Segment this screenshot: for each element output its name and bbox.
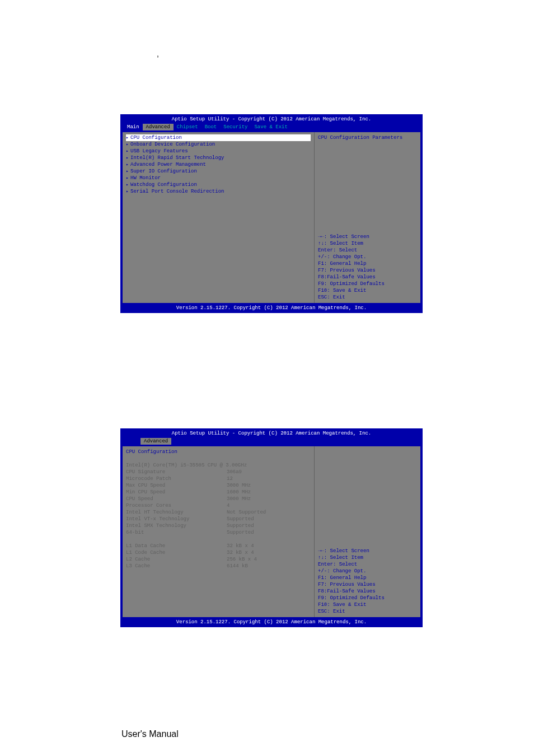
info-value: Not Supported: [227, 509, 266, 516]
key-hint: F7: Previous Values: [318, 581, 417, 588]
info-row: L3 Cache6144 kB: [126, 563, 311, 570]
arrow-icon: ▸: [126, 148, 130, 155]
item-label: Onboard Device Configuration: [130, 141, 215, 148]
item-power-mgmt[interactable]: ▸Advanced Power Management: [126, 161, 311, 168]
arrow-icon: ▸: [126, 134, 130, 141]
key-hint: ↑↓: Select Item: [318, 240, 417, 247]
key-hint: F7: Previous Values: [318, 267, 417, 274]
info-row: Microcode Patch12: [126, 475, 311, 482]
info-value: Supported: [227, 516, 254, 522]
info-row: L1 Data Cache32 kB x 4: [126, 543, 311, 549]
key-hint: F1: General Help: [318, 260, 417, 267]
bios-header: Aptio Setup Utility - Copyright (C) 2012…: [121, 430, 421, 437]
info-row: Max CPU Speed3000 MHz: [126, 482, 311, 489]
left-panel: CPU Configuration Intel(R) Core(TM) i5-3…: [123, 446, 314, 617]
info-value: 1600 MHz: [227, 489, 251, 496]
item-label: Serial Port Console Redirection: [130, 188, 224, 195]
info-label: 64-bit: [126, 529, 227, 536]
item-label: HW Monitor: [130, 175, 161, 181]
content-area: CPU Configuration Intel(R) Core(TM) i5-3…: [121, 445, 421, 618]
info-row: Intel HT TechnologyNot Supported: [126, 509, 311, 516]
cpu-name: Intel(R) Core(TM) i5-3550S CPU @ 3.00GHz: [126, 462, 311, 469]
item-hw-monitor[interactable]: ▸HW Monitor: [126, 175, 311, 181]
key-hint: F9: Optimized Defaults: [318, 281, 417, 287]
info-row: CPU Signature306a9: [126, 469, 311, 475]
section-title: CPU Configuration: [126, 449, 311, 455]
item-super-io[interactable]: ▸Super IO Configuration: [126, 168, 311, 175]
key-hint: F10: Save & Exit: [318, 601, 417, 608]
bios-header: Aptio Setup Utility - Copyright (C) 2012…: [121, 115, 421, 123]
key-hint: ↑↓: Select Item: [318, 554, 417, 561]
menu-main[interactable]: Main: [124, 124, 143, 130]
info-row: CPU Speed3000 MHz: [126, 496, 311, 502]
bios-footer: Version 2.15.1227. Copyright (C) 2012 Am…: [121, 618, 421, 626]
bios-screen-advanced-menu: Aptio Setup Utility - Copyright (C) 2012…: [120, 114, 423, 313]
menu-save-exit[interactable]: Save & Exit: [251, 124, 291, 130]
arrow-icon: ▸: [126, 168, 130, 175]
arrow-icon: ▸: [126, 175, 130, 181]
item-label: USB Legacy Features: [130, 148, 188, 155]
info-label: CPU Signature: [126, 469, 227, 475]
left-panel: ▸CPU Configuration ▸Onboard Device Confi…: [123, 132, 314, 303]
item-serial-port[interactable]: ▸Serial Port Console Redirection: [126, 188, 311, 195]
info-value: 3000 MHz: [227, 496, 251, 502]
item-usb-legacy[interactable]: ▸USB Legacy Features: [126, 148, 311, 155]
key-hint: Enter: Select: [318, 247, 417, 254]
content-area: ▸CPU Configuration ▸Onboard Device Confi…: [121, 131, 421, 304]
info-label: Intel VT-x Technology: [126, 516, 227, 522]
info-label: CPU Speed: [126, 496, 227, 502]
info-row: L1 Code Cache32 kB x 4: [126, 549, 311, 556]
key-hint: →←: Select Screen: [318, 234, 417, 240]
menu-chipset[interactable]: Chipset: [174, 124, 202, 130]
item-watchdog[interactable]: ▸Watchdog Configuration: [126, 181, 311, 188]
key-hint: Enter: Select: [318, 561, 417, 568]
arrow-icon: ▸: [126, 188, 130, 195]
item-label: CPU Configuration: [130, 134, 182, 141]
menu-bar: Main Advanced Chipset Boot Security Save…: [121, 123, 421, 131]
info-label: Min CPU Speed: [126, 489, 227, 496]
menu-boot[interactable]: Boot: [202, 124, 221, 130]
arrow-icon: ▸: [126, 181, 130, 188]
info-value: 32 kB x 4: [227, 543, 254, 549]
arrow-icon: ▸: [126, 155, 130, 161]
info-row: Min CPU Speed1600 MHz: [126, 489, 311, 496]
right-panel: →←: Select Screen ↑↓: Select Item Enter:…: [314, 446, 420, 617]
info-row: Processor Cores4: [126, 502, 311, 509]
help-description: CPU Configuration Parameters: [318, 134, 417, 141]
info-row: L2 Cache256 kB x 4: [126, 556, 311, 563]
info-row: 64-bitSupported: [126, 529, 311, 536]
key-hint: ESC: Exit: [318, 294, 417, 301]
bios-footer: Version 2.15.1227. Copyright (C) 2012 Am…: [121, 304, 421, 312]
comma-mark: ,: [157, 49, 159, 58]
right-panel: CPU Configuration Parameters →←: Select …: [314, 132, 420, 303]
info-value: 4: [227, 502, 229, 509]
info-label: L2 Cache: [126, 556, 227, 563]
info-label: L1 Code Cache: [126, 549, 227, 556]
bios-screen-cpu-config: Aptio Setup Utility - Copyright (C) 2012…: [120, 428, 423, 627]
item-rapid-start[interactable]: ▸Intel(R) Rapid Start Technology: [126, 155, 311, 161]
item-label: Super IO Configuration: [130, 168, 197, 175]
key-hint: F9: Optimized Defaults: [318, 595, 417, 601]
info-label: Processor Cores: [126, 502, 227, 509]
menu-advanced[interactable]: Advanced: [143, 124, 174, 130]
info-label: Microcode Patch: [126, 475, 227, 482]
info-value: 12: [227, 475, 233, 482]
key-hint: +/-: Change Opt.: [318, 254, 417, 260]
key-hint: ESC: Exit: [318, 608, 417, 615]
info-row: Intel SMX TechnologySupported: [126, 522, 311, 529]
item-onboard-device[interactable]: ▸Onboard Device Configuration: [126, 141, 311, 148]
item-cpu-config[interactable]: ▸CPU Configuration: [126, 134, 311, 141]
info-value: 256 kB x 4: [227, 556, 257, 563]
arrow-icon: ▸: [126, 161, 130, 168]
item-label: Advanced Power Management: [130, 161, 206, 168]
item-label: Intel(R) Rapid Start Technology: [130, 155, 224, 161]
key-hint: →←: Select Screen: [318, 548, 417, 554]
key-hint: F10: Save & Exit: [318, 287, 417, 294]
menu-advanced[interactable]: Advanced: [140, 438, 171, 445]
item-label: Watchdog Configuration: [130, 181, 197, 188]
key-hint: F8:Fail-Safe Values: [318, 588, 417, 595]
key-hint: +/-: Change Opt.: [318, 568, 417, 575]
menu-security[interactable]: Security: [220, 124, 251, 130]
info-label: Intel HT Technology: [126, 509, 227, 516]
arrow-icon: ▸: [126, 141, 130, 148]
